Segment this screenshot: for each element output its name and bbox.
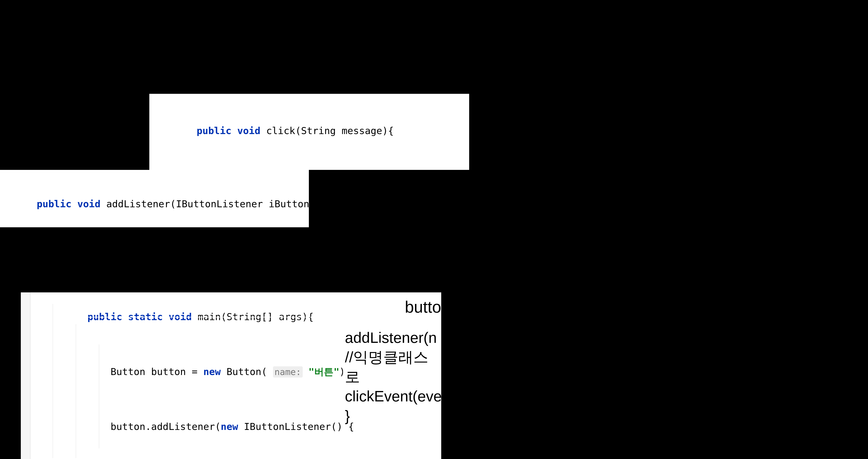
parameter-hint: name:	[273, 366, 303, 378]
overlay-line: }	[345, 406, 441, 426]
code-line[interactable]: @Override	[30, 454, 441, 459]
overlay-line: clickEvent(eve	[345, 387, 441, 406]
anonymous-class: IButtonListener() {	[238, 421, 354, 432]
keyword-public-void: public void	[37, 198, 100, 209]
overlay-line: addListener(n	[345, 328, 441, 348]
method-call: button.addListener(	[111, 421, 221, 432]
keyword-new: new	[203, 366, 221, 377]
variable-declaration: Button button =	[111, 366, 204, 377]
keyword-new: new	[221, 421, 238, 432]
overlay-title: butto	[345, 298, 441, 317]
overlay-line: //익명클래스로	[345, 348, 441, 387]
code-panel-click-method: public void click(String message){ iButt…	[149, 94, 469, 170]
keyword-public-static-void: public static void	[88, 311, 192, 322]
text-overlay-panel: butto addListener(n //익명클래스로 clickEvent(…	[343, 294, 441, 417]
method-signature: main(String[] args){	[192, 311, 313, 322]
code-panel-addlistener: public void addListener(IButtonListener …	[0, 170, 309, 227]
code-line[interactable]: public void addListener(IButtonListener …	[0, 176, 309, 227]
keyword-public-void: public void	[196, 125, 260, 136]
code-line[interactable]: public void click(String message){	[149, 103, 469, 158]
method-signature: addListener(IButtonListener iButtonListe…	[100, 198, 309, 209]
code-line[interactable]: iButtonListener.clickEvent(message);	[149, 158, 469, 170]
method-signature: click(String message){	[260, 125, 394, 136]
string-literal: "버튼"	[308, 366, 339, 377]
